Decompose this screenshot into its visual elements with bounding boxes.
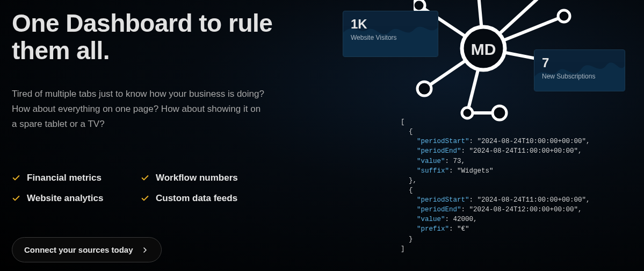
- check-icon: [12, 194, 20, 203]
- stat-card-subscriptions: 7 New Subscriptions: [534, 49, 625, 91]
- feature-list: Financial metrics Workflow numbers Websi…: [12, 173, 313, 204]
- stat-card-visitors: 1K Website Visitors: [343, 11, 438, 57]
- page-subtext: Tired of multiple tabs just to know how …: [12, 87, 264, 132]
- svg-line-3: [483, 16, 564, 48]
- svg-point-15: [493, 106, 506, 120]
- cta-label: Connect your sources today: [24, 245, 133, 254]
- code-snippet: [ { "periodStart": "2024-08-24T10:00:00+…: [401, 117, 637, 254]
- svg-line-2: [483, 0, 548, 48]
- sparkline-icon: [343, 11, 438, 57]
- check-icon: [141, 194, 149, 203]
- svg-line-1: [478, 0, 483, 48]
- feature-label: Workflow numbers: [156, 173, 238, 183]
- illustration-area: MD 1K Website Visitors 7 New Subscriptio…: [322, 0, 644, 271]
- svg-point-11: [558, 10, 570, 22]
- feature-item: Workflow numbers: [141, 173, 270, 183]
- svg-point-8: [414, 0, 425, 11]
- page-headline: One Dashboard to rule them all.: [12, 10, 313, 64]
- check-icon: [141, 174, 149, 182]
- svg-line-6: [467, 48, 483, 113]
- stat-value: 7: [542, 55, 617, 70]
- feature-label: Website analytics: [27, 193, 103, 204]
- logo-badge: MD: [471, 40, 496, 58]
- check-icon: [12, 174, 20, 182]
- svg-line-5: [424, 48, 483, 89]
- svg-point-13: [417, 82, 431, 96]
- stat-label: Website Visitors: [351, 34, 430, 41]
- feature-label: Custom data feeds: [156, 193, 237, 204]
- stat-label: New Subscriptions: [542, 73, 617, 80]
- chevron-right-icon: [141, 246, 149, 254]
- network-graphic: MD: [414, 0, 639, 134]
- sparkline-icon: [534, 50, 625, 91]
- feature-item: Financial metrics: [12, 173, 141, 183]
- svg-point-12: [547, 56, 559, 68]
- stat-value: 1K: [351, 17, 430, 32]
- connect-sources-button[interactable]: Connect your sources today: [12, 237, 162, 262]
- svg-point-16: [462, 27, 505, 70]
- feature-label: Financial metrics: [27, 173, 102, 183]
- svg-point-14: [462, 108, 473, 118]
- svg-line-4: [483, 48, 553, 62]
- feature-item: Website analytics: [12, 193, 141, 204]
- svg-line-0: [419, 5, 483, 48]
- feature-item: Custom data feeds: [141, 193, 270, 204]
